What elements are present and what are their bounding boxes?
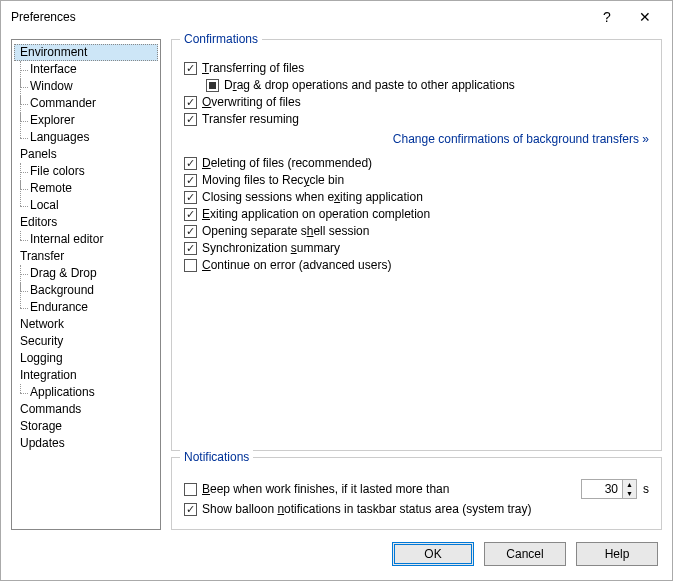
dialog-buttons: OK Cancel Help xyxy=(1,530,672,580)
tree-transfer[interactable]: Transfer xyxy=(14,248,158,265)
transferring-row[interactable]: Transferring of files xyxy=(184,61,649,75)
tree-logging[interactable]: Logging xyxy=(14,350,158,367)
tree-background[interactable]: Background xyxy=(30,282,158,299)
tree-editors[interactable]: Editors xyxy=(14,214,158,231)
help-icon[interactable]: ? xyxy=(588,9,626,25)
sync-row[interactable]: Synchronization summary xyxy=(184,241,649,255)
balloon-row[interactable]: Show balloon notifications in taskbar st… xyxy=(184,502,649,516)
tree-endurance[interactable]: Endurance xyxy=(30,299,158,316)
continue-row[interactable]: Continue on error (advanced users) xyxy=(184,258,649,272)
beep-duration-spinner[interactable]: 30 ▲▼ xyxy=(581,479,637,499)
tree-window[interactable]: Window xyxy=(30,78,158,95)
tree-panels[interactable]: Panels xyxy=(14,146,158,163)
window-title: Preferences xyxy=(11,10,588,24)
resuming-label: Transfer resuming xyxy=(202,112,299,126)
exiting-label: Exiting application on operation complet… xyxy=(202,207,430,221)
tree-file-colors[interactable]: File colors xyxy=(30,163,158,180)
tree-environment[interactable]: Environment xyxy=(14,44,158,61)
beep-checkbox[interactable] xyxy=(184,483,197,496)
chevron-down-icon: ▼ xyxy=(623,489,636,498)
overwriting-checkbox[interactable] xyxy=(184,96,197,109)
balloon-label: Show balloon notifications in taskbar st… xyxy=(202,502,532,516)
closing-row[interactable]: Closing sessions when exiting applicatio… xyxy=(184,190,649,204)
closing-checkbox[interactable] xyxy=(184,191,197,204)
notifications-legend: Notifications xyxy=(180,450,253,464)
help-button[interactable]: Help xyxy=(576,542,658,566)
tree-local[interactable]: Local xyxy=(30,197,158,214)
exiting-row[interactable]: Exiting application on operation complet… xyxy=(184,207,649,221)
dragdrop-checkbox[interactable] xyxy=(206,79,219,92)
tree-interface[interactable]: Interface xyxy=(30,61,158,78)
deleting-row[interactable]: Deleting of files (recommended) xyxy=(184,156,649,170)
sync-checkbox[interactable] xyxy=(184,242,197,255)
deleting-label: Deleting of files (recommended) xyxy=(202,156,372,170)
deleting-checkbox[interactable] xyxy=(184,157,197,170)
overwriting-label: Overwriting of files xyxy=(202,95,301,109)
continue-label: Continue on error (advanced users) xyxy=(202,258,391,272)
tree-updates[interactable]: Updates xyxy=(14,435,158,452)
transferring-checkbox[interactable] xyxy=(184,62,197,75)
dragdrop-row[interactable]: Drag & drop operations and paste to othe… xyxy=(206,78,649,92)
tree-internal-editor[interactable]: Internal editor xyxy=(30,231,158,248)
shell-checkbox[interactable] xyxy=(184,225,197,238)
spinner-arrows[interactable]: ▲▼ xyxy=(622,480,636,498)
titlebar: Preferences ? ✕ xyxy=(1,1,672,33)
beep-row[interactable]: Beep when work finishes, if it lasted mo… xyxy=(184,479,649,499)
tree-network[interactable]: Network xyxy=(14,316,158,333)
resuming-row[interactable]: Transfer resuming xyxy=(184,112,649,126)
tree-commander[interactable]: Commander xyxy=(30,95,158,112)
beep-label: Beep when work finishes, if it lasted mo… xyxy=(202,482,449,496)
tree-drag-drop[interactable]: Drag & Drop xyxy=(30,265,158,282)
tree-explorer[interactable]: Explorer xyxy=(30,112,158,129)
shell-label: Opening separate shell session xyxy=(202,224,369,238)
chevron-up-icon: ▲ xyxy=(623,480,636,489)
background-transfers-link[interactable]: Change confirmations of background trans… xyxy=(184,132,649,146)
resuming-checkbox[interactable] xyxy=(184,113,197,126)
shell-row[interactable]: Opening separate shell session xyxy=(184,224,649,238)
overwriting-row[interactable]: Overwriting of files xyxy=(184,95,649,109)
tree-storage[interactable]: Storage xyxy=(14,418,158,435)
close-icon[interactable]: ✕ xyxy=(626,9,664,25)
beep-duration-value[interactable]: 30 xyxy=(582,480,622,498)
tree-commands[interactable]: Commands xyxy=(14,401,158,418)
balloon-checkbox[interactable] xyxy=(184,503,197,516)
transferring-label: Transferring of files xyxy=(202,61,304,75)
closing-label: Closing sessions when exiting applicatio… xyxy=(202,190,423,204)
tree-applications[interactable]: Applications xyxy=(30,384,158,401)
tree-integration[interactable]: Integration xyxy=(14,367,158,384)
recycle-row[interactable]: Moving files to Recycle bin xyxy=(184,173,649,187)
dragdrop-label: Drag & drop operations and paste to othe… xyxy=(224,78,515,92)
exiting-checkbox[interactable] xyxy=(184,208,197,221)
tree-languages[interactable]: Languages xyxy=(30,129,158,146)
continue-checkbox[interactable] xyxy=(184,259,197,272)
recycle-label: Moving files to Recycle bin xyxy=(202,173,344,187)
confirmations-group: Confirmations Transferring of files Drag… xyxy=(171,39,662,451)
tree-security[interactable]: Security xyxy=(14,333,158,350)
confirmations-legend: Confirmations xyxy=(180,32,262,46)
ok-button[interactable]: OK xyxy=(392,542,474,566)
sync-label: Synchronization summary xyxy=(202,241,340,255)
recycle-checkbox[interactable] xyxy=(184,174,197,187)
nav-tree[interactable]: Environment Interface Window Commander E… xyxy=(11,39,161,530)
notifications-group: Notifications Beep when work finishes, i… xyxy=(171,457,662,530)
beep-unit: s xyxy=(643,482,649,496)
cancel-button[interactable]: Cancel xyxy=(484,542,566,566)
tree-remote[interactable]: Remote xyxy=(30,180,158,197)
